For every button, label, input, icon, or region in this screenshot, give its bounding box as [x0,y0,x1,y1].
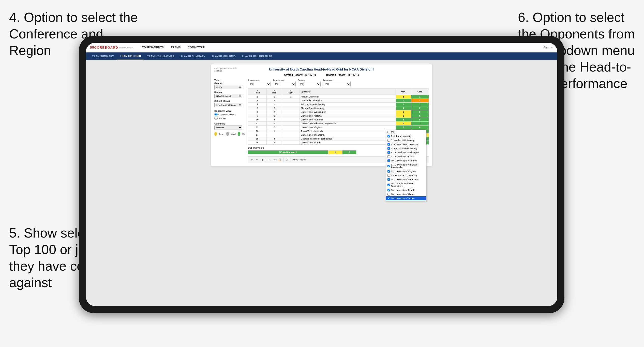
left-panel: Team Gender Men's Division NCAA Divi [214,79,245,163]
conference-filter-select[interactable]: (All) [273,82,296,86]
td-loss: 0 [411,126,429,129]
td-win: 2 [396,95,411,99]
dropdown-item[interactable]: 21. University of New Mexico [386,200,426,201]
toolbar-undo[interactable]: ↩ [250,158,254,162]
colour-by-label: Colour by [214,122,245,125]
table-row: 9 3 University of Arizona 1 0 [248,114,429,118]
td-reg: 2 [266,106,282,110]
toolbar-copy[interactable]: ⎘ [267,158,272,162]
out-division-win: 1 [328,150,342,154]
nav-team-summary[interactable]: TEAM SUMMARY [89,52,117,60]
tablet-frame: 55COREBOARD Powered by Sport TOURNAMENTS… [79,36,564,313]
radio-group: Opponents Played Top 100 [214,113,245,120]
gender-label: Gender [214,82,245,85]
dropdown-item[interactable]: 9. University of Arizona [386,155,426,159]
td-reg: 3 [266,126,282,129]
dropdown-item[interactable]: 20. University of Texas [386,196,426,200]
dropdown-item[interactable]: 18. University of Illinois [386,192,426,196]
nav-player-h2h-grid[interactable]: PLAYER H2H GRID [208,52,239,60]
nav-player-h2h-heatmap[interactable]: PLAYER H2H HEATMAP [239,52,275,60]
dropdown-item[interactable]: 13. Texas Tech University [386,173,426,177]
td-rank: 3 [248,99,267,103]
legend-level-dot [226,132,229,136]
table-row: 3 2 Vanderbilt University 0 4 [248,99,429,103]
td-conf [282,103,299,106]
nav-signout[interactable]: Sign out [544,46,553,49]
td-opponent: University of Arizona [300,114,396,118]
td-reg: 1 [266,103,282,106]
td-win: 0 [396,99,411,103]
card-title: University of North Carolina Head-to-Hea… [245,67,398,71]
toolbar-timer[interactable]: ⏱ [285,158,289,162]
nav-player-summary[interactable]: PLAYER SUMMARY [177,52,208,60]
radio-top100[interactable]: Top 100 [214,117,245,120]
td-loss: 2 [411,106,429,110]
school-select[interactable]: 1. University of Nort... [214,103,242,107]
toolbar-cut[interactable]: ✂ [273,158,277,162]
division-select[interactable]: NCAA Division I [214,94,242,98]
region-filter-select[interactable]: (All) [298,82,321,86]
legend-up-dot [238,132,240,136]
toolbar-paste[interactable]: 📋 [278,158,282,162]
division-record: Division Record: 88 · 17 · 0 [326,74,359,76]
td-conf [282,99,299,103]
td-conf [282,122,299,126]
dropdown-item[interactable]: 11. University of Arkansas, Fayetteville [386,163,426,169]
dropdown-item[interactable]: 15. Georgia Institute of Technology [386,182,426,188]
legend-level-label: Level [231,133,236,135]
opponent-dropdown[interactable]: (All) 2. Auburn University 3. Vanderbilt… [386,130,426,201]
dropdown-item[interactable]: 14. University of Oklahoma [386,177,426,182]
colour-by-select[interactable]: Win/loss [214,126,242,130]
td-opponent: University of Virginia [300,126,396,129]
nav-teams[interactable]: TEAMS [167,43,184,52]
dropdown-item[interactable]: (All) [386,130,426,134]
filter-group-region: Region (All) [298,79,321,86]
td-opponent: Florida State University [300,106,396,110]
dropdown-item[interactable]: 4. Arizona State University [386,142,426,146]
nav-tournaments[interactable]: TOURNAMENTS [138,43,167,52]
td-conf [282,106,299,110]
td-rank: 16 [248,141,267,145]
out-division-table: NCAA Division II 1 0 [248,150,356,154]
opponents-filter-select[interactable]: (All) [248,82,271,86]
toolbar-redo[interactable]: ↪ [255,158,259,162]
content-area: Last Updated: 4/10/2024 16:55:38 Univers… [86,60,557,306]
td-conf [282,141,299,145]
gender-select[interactable]: Men's [214,85,242,89]
logo: 55COREBOARD [90,46,118,49]
td-reg: 1 [266,95,282,99]
td-rank: 14 [248,133,267,137]
filter-group-conference: Conference (All) [273,79,296,86]
nav-team-h2h-grid[interactable]: TEAM H2H GRID [117,52,144,60]
dropdown-item[interactable]: 8. University of Washington [386,150,426,155]
td-conf [282,118,299,122]
td-rank: 9 [248,114,267,118]
opponent-filter-select[interactable]: (All) [323,82,351,86]
card-header-row: Last Updated: 4/10/2024 16:55:38 Univers… [214,67,429,72]
radio-opponents-played[interactable]: Opponents Played [214,113,245,116]
toolbar-back[interactable]: ◀ [260,158,264,162]
td-rank: 6 [248,106,267,110]
nav-committee[interactable]: COMMITTEE [184,43,208,52]
dropdown-item[interactable]: 12. University of Virginia [386,169,426,173]
legend-up-label: Up [242,133,245,135]
table-header-row: #Rank #Reg #Conf Opponent Win Loss [248,89,429,95]
opponent-filter-label: Opponent [323,79,351,81]
dropdown-item[interactable]: 2. Auburn University [386,134,426,138]
out-division-loss: 0 [342,150,356,154]
dropdown-item[interactable]: 10. University of Alabama [386,159,426,163]
td-win: 2 [396,126,411,129]
dropdown-item[interactable]: 3. Vanderbilt University [386,138,426,142]
td-rank: 12 [248,126,267,129]
dropdown-item[interactable]: 16. University of Florida [386,188,426,192]
td-opponent: University of Washington [300,110,396,114]
td-reg: 3 [266,114,282,118]
td-rank: 2 [248,95,267,99]
nav-team-h2h-heatmap[interactable]: TEAM H2H HEATMAP [144,52,177,60]
dropdown-item[interactable]: 6. Florida State University [386,146,426,150]
second-nav: TEAM SUMMARY TEAM H2H GRID TEAM H2H HEAT… [86,52,557,60]
app-container: 55COREBOARD Powered by Sport TOURNAMENTS… [86,43,557,306]
td-rank: 11 [248,122,267,126]
division-label: Division [214,91,245,93]
team-label: Team [214,79,245,81]
